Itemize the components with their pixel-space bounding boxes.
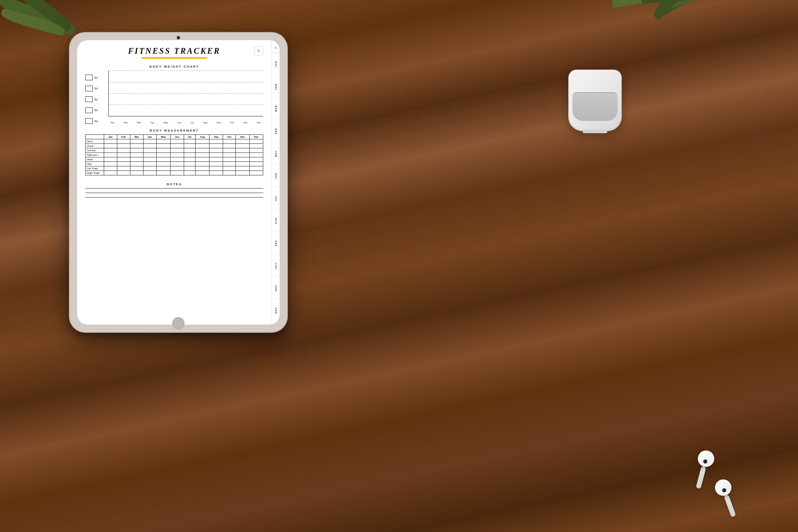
cell[interactable] [171, 171, 184, 175]
cell[interactable] [117, 162, 130, 166]
cell[interactable] [236, 166, 250, 171]
sidebar-month-aug[interactable]: AUG [272, 209, 280, 232]
cell[interactable] [157, 139, 171, 144]
cell[interactable] [184, 139, 196, 144]
cell[interactable] [223, 148, 236, 153]
cell[interactable] [144, 162, 157, 166]
cell[interactable] [157, 166, 171, 171]
cell[interactable] [104, 139, 117, 144]
cell[interactable] [223, 144, 236, 148]
cell[interactable] [184, 148, 196, 153]
cell[interactable] [184, 153, 196, 157]
cell[interactable] [184, 171, 196, 175]
y-label-box[interactable] [85, 86, 93, 91]
cell[interactable] [144, 157, 157, 162]
y-label-box[interactable] [85, 107, 93, 113]
cell[interactable] [210, 153, 223, 157]
sidebar-month-oct[interactable]: OCT [272, 254, 280, 277]
cell[interactable] [210, 148, 223, 153]
cell[interactable] [249, 171, 263, 175]
cell[interactable] [157, 153, 171, 157]
cell[interactable] [104, 166, 117, 171]
cell[interactable] [157, 144, 171, 148]
cell[interactable] [104, 162, 117, 166]
cell[interactable] [171, 157, 184, 162]
cell[interactable] [117, 171, 130, 175]
cell[interactable] [130, 166, 144, 171]
cell[interactable] [171, 148, 184, 153]
sidebar-month-nov[interactable]: NOV [272, 277, 280, 299]
cell[interactable] [249, 148, 263, 153]
cell[interactable] [184, 144, 196, 148]
cell[interactable] [130, 157, 144, 162]
cell[interactable] [249, 144, 263, 148]
cell[interactable] [223, 157, 236, 162]
edit-icon[interactable]: ✎ [254, 46, 263, 55]
cell[interactable] [104, 148, 117, 153]
sidebar-month-mar[interactable]: MAR [272, 97, 280, 120]
cell[interactable] [236, 139, 250, 144]
cell[interactable] [196, 144, 210, 148]
cell[interactable] [171, 162, 184, 166]
cell[interactable] [196, 139, 210, 144]
cell[interactable] [157, 171, 171, 175]
cell[interactable] [184, 157, 196, 162]
cell[interactable] [130, 139, 144, 144]
cell[interactable] [171, 139, 184, 144]
cell[interactable] [210, 162, 223, 166]
cell[interactable] [210, 171, 223, 175]
cell[interactable] [236, 153, 250, 157]
cell[interactable] [117, 153, 130, 157]
cell[interactable] [104, 171, 117, 175]
ipad-home-button[interactable] [172, 317, 185, 330]
cell[interactable] [130, 153, 144, 157]
cell[interactable] [210, 166, 223, 171]
cell[interactable] [223, 166, 236, 171]
cell[interactable] [144, 166, 157, 171]
cell[interactable] [196, 157, 210, 162]
cell[interactable] [117, 139, 130, 144]
sidebar-month-jul[interactable]: JUL [272, 187, 280, 209]
cell[interactable] [157, 162, 171, 166]
sidebar-month-may[interactable]: MAY [272, 142, 280, 165]
cell[interactable] [236, 144, 250, 148]
cell[interactable] [236, 162, 250, 166]
cell[interactable] [144, 148, 157, 153]
cell[interactable] [144, 144, 157, 148]
y-label-box[interactable] [85, 96, 93, 102]
cell[interactable] [196, 166, 210, 171]
cell[interactable] [130, 171, 144, 175]
sidebar-month-feb[interactable]: FEB [272, 75, 280, 98]
cell[interactable] [236, 171, 250, 175]
cell[interactable] [184, 162, 196, 166]
cell[interactable] [144, 139, 157, 144]
sidebar-month-jun[interactable]: JUN [272, 164, 280, 187]
sidebar-menu-icon[interactable]: ≡ [272, 43, 280, 52]
cell[interactable] [210, 157, 223, 162]
cell[interactable] [249, 157, 263, 162]
cell[interactable] [223, 139, 236, 144]
cell[interactable] [210, 144, 223, 148]
sidebar-month-jan[interactable]: JAN [272, 52, 280, 75]
sidebar-month-dec[interactable]: DEC [272, 299, 280, 321]
cell[interactable] [104, 157, 117, 162]
cell[interactable] [223, 171, 236, 175]
cell[interactable] [130, 148, 144, 153]
cell[interactable] [249, 166, 263, 171]
cell[interactable] [171, 166, 184, 171]
cell[interactable] [144, 171, 157, 175]
cell[interactable] [249, 162, 263, 166]
cell[interactable] [196, 153, 210, 157]
cell[interactable] [117, 166, 130, 171]
sidebar-month-apr[interactable]: APR [272, 120, 280, 142]
y-label-box[interactable] [85, 118, 93, 124]
cell[interactable] [196, 171, 210, 175]
cell[interactable] [117, 144, 130, 148]
cell[interactable] [117, 148, 130, 153]
cell[interactable] [144, 153, 157, 157]
cell[interactable] [249, 139, 263, 144]
cell[interactable] [171, 144, 184, 148]
cell[interactable] [104, 153, 117, 157]
y-label-box[interactable] [85, 75, 93, 80]
cell[interactable] [223, 153, 236, 157]
